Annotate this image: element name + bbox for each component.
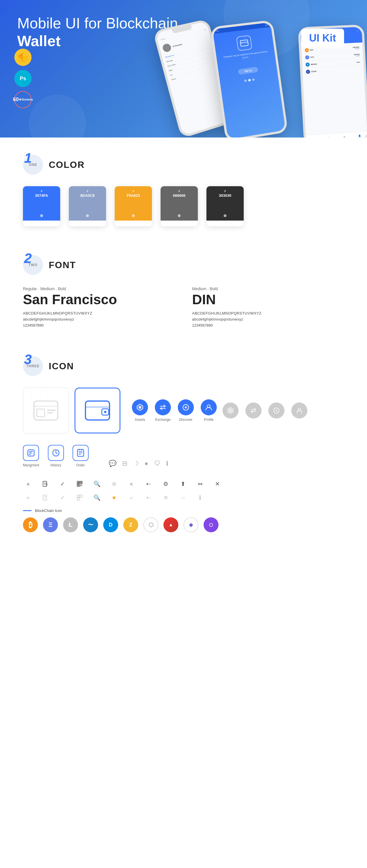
document-edit-icon-gray — [40, 492, 51, 503]
profile-label: Profile — [204, 418, 214, 422]
color-section-number: 1 ONE — [23, 155, 43, 175]
btc-icon: ₿ — [23, 517, 38, 532]
blockchain-label-row: BlockChain Icon — [23, 508, 344, 513]
nav-icons-gray-row — [223, 402, 307, 418]
layers-icon: ⊟ — [122, 460, 127, 467]
hero-title-bold: Wallet — [17, 33, 60, 49]
icon-nav-exchange: Exchange — [155, 399, 171, 422]
svg-rect-51 — [43, 495, 47, 500]
close-icon-gray: ✕ — [161, 492, 171, 503]
discover-label: Discover — [179, 418, 193, 422]
sf-numbers: 1234567890 — [23, 323, 175, 328]
svg-point-24 — [229, 409, 231, 411]
zec-icon: Z — [123, 517, 138, 532]
waves-icon: 〜 — [83, 517, 98, 532]
svg-point-19 — [139, 406, 141, 408]
ltc-icon: Ł — [63, 517, 78, 532]
gem-icon: ◈ — [184, 517, 198, 532]
toolbar-icons-row1: ＋ ✓ 🔍 ☆ ＜ ⇠ ⚙ ⬆ ⇔ ✕ — [23, 479, 344, 489]
screens-badge: 60+ Screens — [14, 91, 32, 108]
color-card-grayblue: # 8DA0C8 — [69, 186, 106, 226]
icon-construction-row: Assets Exchange — [23, 388, 344, 433]
plus-icon-gray: ＋ — [23, 492, 33, 503]
din-name: DIN — [192, 293, 344, 307]
ps-badge: Ps — [14, 70, 32, 87]
order-icon — [73, 445, 89, 461]
moon-icon: ☽ — [133, 460, 139, 467]
svg-rect-48 — [81, 485, 81, 485]
nav-icons-gray-col — [223, 402, 307, 418]
color-swatch-dark: # 303030 — [206, 186, 244, 221]
din-uppercase: ABCDEFGHIJKLMNOPQRSTUVWXYZ — [192, 311, 344, 315]
font-din: Medium · Bold DIN ABCDEFGHIJKLMNOPQRSTUV… — [192, 286, 344, 328]
icon-nav-discover: Discover — [178, 399, 194, 422]
svg-rect-30 — [29, 453, 32, 454]
circle-icon: ● — [144, 460, 148, 467]
back-icon: ＜ — [126, 479, 137, 489]
fonts-grid: Regular · Medium · Bold San Francisco AB… — [23, 286, 344, 328]
document-edit-icon — [40, 479, 51, 489]
svg-rect-14 — [47, 412, 53, 413]
crypto-icons-row: ₿ Ξ Ł 〜 D Z ⬡ ▲ ◈ ⬡ — [23, 517, 344, 532]
badges-column: Ps 60+ Screens — [14, 49, 32, 108]
assets-icon-circle — [132, 399, 148, 415]
color-swatch-blue: # 3574FA — [23, 186, 60, 221]
icon-nav-assets: Assets — [132, 399, 148, 422]
icon-section-header: 3 THREE ICON — [23, 356, 344, 376]
check-icon-gray: ✓ — [57, 492, 68, 503]
color-card-orange: # F5A623 — [115, 186, 152, 226]
color-title: COLOR — [49, 160, 85, 170]
search-icon: 🔍 — [92, 479, 102, 489]
svg-rect-29 — [29, 451, 33, 452]
search-icon-gray: 🔍 — [92, 492, 102, 503]
star-icon-orange: ★ — [109, 492, 119, 503]
sf-uppercase: ABCDEFGHIJKLMNOPQRSTUVWXYZ — [23, 311, 175, 315]
svg-rect-45 — [78, 485, 79, 486]
matic-icon: ⬡ — [204, 517, 219, 532]
icon-title: ICON — [49, 361, 74, 372]
svg-rect-53 — [80, 495, 82, 497]
check-icon: ✓ — [57, 479, 68, 489]
color-card-dark: # 303030 — [206, 186, 244, 226]
svg-rect-54 — [77, 498, 79, 500]
svg-rect-39 — [43, 481, 47, 487]
svg-rect-36 — [79, 454, 81, 455]
svg-rect-35 — [79, 453, 83, 453]
assets-label: Assets — [135, 418, 145, 422]
main-content: 1 ONE COLOR # 3574FA # 8DA — [0, 137, 367, 561]
message-icon: 🗨 — [154, 460, 160, 467]
exchange-icon-gray — [246, 402, 261, 418]
dash-icon: D — [103, 517, 118, 532]
icon-nav-profile: Profile — [201, 399, 217, 422]
color-card-blue: # 3574FA — [23, 186, 60, 226]
svg-rect-50 — [81, 485, 82, 486]
exchange-label: Exchange — [155, 418, 170, 422]
info-icon-gray: ℹ — [195, 492, 205, 503]
din-style-label: Medium · Bold — [192, 286, 344, 291]
profile-icon-circle — [201, 399, 217, 415]
assets-icon-gray — [223, 402, 238, 418]
share-icon: ⇠ — [143, 479, 154, 489]
svg-rect-43 — [78, 482, 79, 483]
blockchain-label: BlockChain Icon — [35, 508, 62, 513]
font-san-francisco: Regular · Medium · Bold San Francisco AB… — [23, 286, 175, 328]
svg-rect-31 — [29, 454, 31, 455]
icon-history: History — [48, 445, 64, 467]
color-swatch-gray: # 666666 — [161, 186, 198, 221]
history-icon — [48, 445, 64, 461]
sf-lowercase: abcdefghijklmnopqrstuvwxyz — [23, 317, 175, 321]
resize-icon: ⇔ — [195, 479, 205, 489]
color-swatch-grayblue: # 8DA0C8 — [69, 186, 106, 221]
sf-name: San Francisco — [23, 293, 175, 307]
color-swatch-orange: # F5A623 — [115, 186, 152, 221]
colors-row: # 3574FA # 8DA0C8 # F5A623 — [23, 186, 344, 226]
color-section-header: 1 ONE COLOR — [23, 155, 344, 175]
misc-icons-row1: 💬 ⊟ ☽ ● 🗨 ℹ — [109, 460, 168, 467]
divider-line — [23, 510, 32, 511]
font-section-number: 2 TWO — [23, 255, 43, 275]
svg-point-22 — [185, 407, 187, 408]
qr-icon — [75, 479, 85, 489]
exchange-icon-circle — [155, 399, 171, 415]
management-label: Mangment — [23, 463, 39, 467]
svg-rect-34 — [79, 451, 83, 452]
